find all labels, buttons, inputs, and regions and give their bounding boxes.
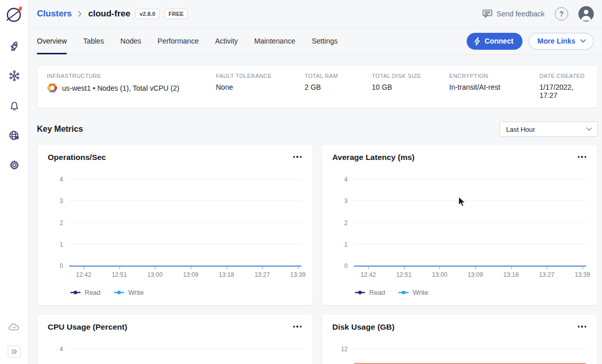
- x-axis-line: [354, 266, 586, 267]
- legend-marker-icon: [355, 290, 365, 295]
- cluster-info-bar: INFRASTRUCTURE us-west1 • Nodes (1), Tot…: [37, 65, 598, 108]
- bell-icon: [8, 99, 21, 112]
- total-ram-value: 2 GB: [305, 83, 372, 91]
- connect-button[interactable]: Connect: [467, 33, 523, 50]
- user-avatar[interactable]: [578, 6, 594, 22]
- gcp-icon: [47, 83, 58, 93]
- y-axis-tick-label: 1: [59, 241, 63, 248]
- chart-menu-button[interactable]: [577, 153, 588, 161]
- plot-area: 43210: [69, 349, 302, 364]
- sidebar-item-network[interactable]: [5, 126, 24, 145]
- tab-overview[interactable]: Overview: [37, 28, 67, 54]
- x-axis-tickmark: [155, 267, 155, 269]
- header-actions: Send feedback ?: [482, 6, 594, 22]
- chart-legend: ReadWrite: [355, 289, 587, 296]
- chart-cpu-usage: CPU Usage (Percent) 43210 12:4212:5113:0…: [37, 314, 313, 364]
- capella-logo[interactable]: [4, 4, 25, 25]
- chart-menu-button[interactable]: [292, 153, 303, 161]
- gridline: [354, 200, 586, 201]
- x-axis-tickmark: [439, 267, 440, 269]
- sidebar-bottom: [5, 318, 24, 358]
- info-label: ENCRYPTION: [449, 73, 539, 79]
- x-axis-labels: 12:4212:5113:0013:0913:1813:2713:39: [69, 271, 302, 278]
- sidebar-item-cloud-status[interactable]: [5, 318, 24, 336]
- x-axis-tickmark: [191, 267, 191, 269]
- info-label: DATE CREATED: [539, 73, 588, 79]
- info-total-disk-size: TOTAL DISK SIZE 10 GB: [372, 73, 449, 99]
- info-infrastructure: INFRASTRUCTURE us-west1 • Nodes (1), Tot…: [47, 73, 216, 99]
- info-label: TOTAL RAM: [305, 73, 372, 79]
- total-disk-size-value: 10 GB: [372, 83, 449, 91]
- chart-title: Operations/Sec: [48, 153, 106, 162]
- x-axis-tickmark: [583, 267, 583, 269]
- tab-activity[interactable]: Activity: [215, 28, 237, 54]
- tab-settings[interactable]: Settings: [312, 28, 338, 54]
- x-axis-tickmark: [511, 267, 512, 269]
- charts-grid: Operations/Sec 43210 12:4212:5113:0013:0…: [37, 144, 598, 364]
- date-created-value: 1/17/2022, 17:27: [539, 83, 588, 99]
- time-range-selected-value: Last Hour: [506, 126, 535, 133]
- send-feedback-label: Send feedback: [497, 10, 545, 18]
- network-nodes-icon: [8, 70, 21, 82]
- chevron-down-icon: [586, 127, 592, 131]
- sidebar-item-clusters[interactable]: [5, 37, 24, 55]
- top-header: Clusters cloud-free v2.8.0 FREE Send fee…: [29, 0, 602, 28]
- y-axis-tick-label: 0: [59, 262, 63, 270]
- gridline: [354, 179, 586, 179]
- x-axis-label: 13:18: [504, 271, 519, 278]
- y-axis-tick-label: 2: [344, 219, 348, 227]
- x-axis-label: 13:27: [254, 271, 270, 278]
- person-icon: [578, 6, 594, 22]
- chart-menu-button[interactable]: [292, 322, 303, 331]
- legend-item-read[interactable]: Read: [355, 289, 385, 296]
- chart-operations-per-sec: Operations/Sec 43210 12:4212:5113:0013:0…: [37, 144, 313, 306]
- planet-rocket-logo-icon: [5, 5, 24, 24]
- expand-sidebar-icon: [11, 349, 17, 354]
- sidebar-item-alerts[interactable]: [5, 96, 24, 115]
- legend-label: Read: [85, 289, 101, 296]
- legend-label: Write: [128, 289, 144, 296]
- tab-performance[interactable]: Performance: [157, 28, 198, 54]
- expand-sidebar-button[interactable]: [8, 346, 21, 358]
- breadcrumb-clusters-link[interactable]: Clusters: [37, 9, 72, 19]
- x-axis-tickmark: [404, 267, 405, 269]
- sidebar-item-tools[interactable]: [5, 67, 24, 85]
- info-label: TOTAL DISK SIZE: [372, 73, 449, 79]
- x-axis-tickmark: [368, 267, 369, 269]
- plot-area: 43210: [354, 179, 586, 266]
- x-axis-label: 12:42: [76, 271, 91, 278]
- help-button[interactable]: ?: [555, 7, 568, 21]
- gridline: [354, 349, 586, 349]
- more-links-label: More Links: [537, 37, 575, 45]
- x-axis-tickmark: [262, 267, 263, 269]
- chart-average-latency: Average Latency (ms) 43210 12:4212:5113:…: [322, 144, 598, 306]
- gridline: [354, 223, 586, 223]
- send-feedback-button[interactable]: Send feedback: [482, 9, 545, 18]
- overview-content: INFRASTRUCTURE us-west1 • Nodes (1), Tot…: [29, 55, 602, 364]
- more-links-button[interactable]: More Links: [529, 33, 594, 50]
- y-axis-tick-label: 2: [59, 219, 63, 227]
- info-label: INFRASTRUCTURE: [47, 73, 216, 79]
- tab-actions: Connect More Links: [467, 33, 594, 50]
- lightning-icon: [474, 37, 480, 46]
- x-axis-tickmark: [119, 267, 120, 269]
- chart-menu-button[interactable]: [577, 322, 588, 331]
- tab-nodes[interactable]: Nodes: [121, 28, 141, 54]
- tab-maintenance[interactable]: Maintenance: [254, 28, 295, 54]
- plan-badge: FREE: [165, 9, 188, 19]
- tab-tables[interactable]: Tables: [83, 28, 104, 54]
- feedback-icon: [482, 9, 493, 18]
- x-axis-label: 13:09: [468, 271, 483, 278]
- rocket-icon: [8, 40, 21, 52]
- x-axis-label: 13:18: [219, 271, 234, 278]
- info-label: FAULT TOLERANCE: [216, 73, 305, 79]
- legend-item-write[interactable]: Write: [114, 289, 144, 296]
- x-axis-label: 13:00: [432, 271, 447, 278]
- legend-marker-icon: [70, 290, 81, 295]
- legend-item-read[interactable]: Read: [70, 289, 101, 296]
- sidebar-item-settings[interactable]: [5, 156, 24, 174]
- time-range-select[interactable]: Last Hour: [499, 122, 598, 137]
- x-axis-tickmark: [227, 267, 227, 269]
- legend-item-write[interactable]: Write: [398, 289, 428, 296]
- y-axis-tick-label: 4: [59, 346, 63, 353]
